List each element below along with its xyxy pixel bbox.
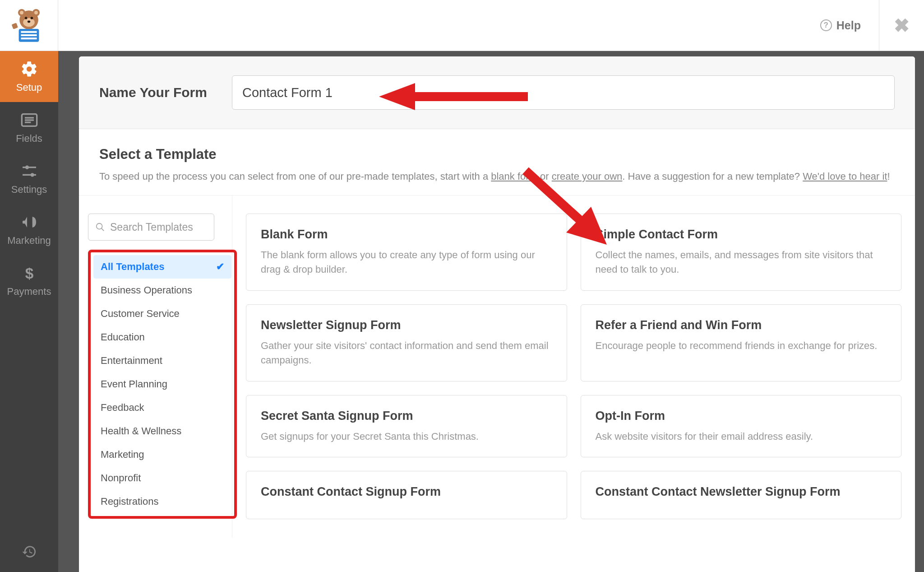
- template-desc: Gather your site visitors' contact infor…: [261, 339, 552, 367]
- category-label: Education: [101, 331, 145, 343]
- template-title: Secret Santa Signup Form: [261, 409, 552, 423]
- sidebar-item-label: Marketing: [7, 235, 51, 246]
- svg-rect-13: [12, 23, 18, 29]
- name-form-bar: Name Your Form: [79, 56, 915, 129]
- template-card[interactable]: Constant Contact Newsletter Signup Form: [581, 471, 902, 519]
- sliders-icon: [20, 162, 38, 180]
- svg-point-7: [31, 17, 33, 19]
- category-label: Registrations: [101, 496, 158, 507]
- search-icon: [95, 222, 105, 232]
- close-cell: ✖: [879, 0, 924, 51]
- template-card[interactable]: Refer a Friend and Win FormEncourage peo…: [581, 304, 902, 381]
- template-card[interactable]: Newsletter Signup FormGather your site v…: [246, 304, 567, 381]
- list-icon: [20, 111, 38, 129]
- category-label: Health & Wellness: [101, 425, 181, 437]
- template-column: Blank FormThe blank form allows you to c…: [232, 195, 915, 537]
- svg-line-24: [102, 228, 104, 231]
- form-name-input[interactable]: [232, 75, 895, 110]
- template-title: Simple Contact Form: [596, 228, 887, 242]
- check-icon: ✔: [216, 261, 224, 273]
- svg-point-6: [25, 17, 28, 19]
- search-input[interactable]: [88, 214, 214, 241]
- template-desc: Encourage people to recommend friends in…: [596, 339, 887, 353]
- svg-rect-11: [21, 34, 37, 36]
- template-desc: Ask website visitors for their email add…: [596, 429, 887, 444]
- desc-text: . Have a suggestion for a new template?: [622, 171, 803, 182]
- svg-point-21: [30, 173, 34, 177]
- svg-rect-12: [21, 37, 37, 39]
- sidebar-item-payments[interactable]: $ Payments: [0, 255, 58, 306]
- sidebar-item-label: Fields: [16, 133, 42, 144]
- category-item[interactable]: Feedback: [93, 396, 231, 419]
- category-item[interactable]: All Templates✔: [93, 255, 231, 279]
- template-desc: To speed up the process you can select f…: [99, 169, 895, 184]
- svg-point-23: [97, 223, 102, 229]
- category-item[interactable]: Marketing: [93, 443, 231, 466]
- template-title: Constant Contact Newsletter Signup Form: [596, 485, 887, 499]
- history-icon: [22, 544, 37, 559]
- template-card[interactable]: Opt-In FormAsk website visitors for thei…: [581, 395, 902, 458]
- sidebar-item-label: Settings: [11, 184, 47, 195]
- category-label: Customer Service: [101, 308, 180, 320]
- category-label: Feedback: [101, 402, 144, 414]
- sidebar: Setup Fields Settings Marketing $ Paymen…: [0, 51, 58, 572]
- template-desc: Collect the names, emails, and messages …: [596, 248, 887, 277]
- template-desc: Get signups for your Secret Santa this C…: [261, 429, 552, 444]
- sidebar-item-label: Payments: [7, 286, 51, 298]
- blank-form-link[interactable]: blank form: [491, 171, 537, 182]
- help-icon: ?: [820, 19, 832, 31]
- sidebar-item-label: Setup: [16, 82, 42, 93]
- main-panel: Name Your Form Select a Template To spee…: [79, 56, 915, 572]
- category-item[interactable]: Nonprofit: [93, 466, 231, 490]
- template-heading: Select a Template: [99, 146, 895, 163]
- dollar-icon: $: [20, 264, 38, 282]
- category-item[interactable]: Health & Wellness: [93, 419, 231, 443]
- gear-icon: [20, 60, 38, 78]
- sidebar-item-marketing[interactable]: Marketing: [0, 204, 58, 255]
- category-label: Marketing: [101, 449, 144, 460]
- template-card[interactable]: Constant Contact Signup Form: [246, 471, 567, 519]
- sidebar-item-fields[interactable]: Fields: [0, 102, 58, 153]
- template-header: Select a Template To speed up the proces…: [79, 129, 915, 195]
- category-item[interactable]: Education: [93, 326, 231, 349]
- suggestion-link[interactable]: We'd love to hear it: [803, 171, 887, 182]
- category-label: Nonprofit: [101, 472, 141, 484]
- category-item[interactable]: Entertainment: [93, 349, 231, 372]
- category-item[interactable]: Event Planning: [93, 372, 231, 396]
- category-column: All Templates✔Business OperationsCustome…: [79, 195, 232, 537]
- svg-point-3: [20, 11, 23, 14]
- template-title: Refer a Friend and Win Form: [596, 318, 887, 332]
- close-icon[interactable]: ✖: [894, 14, 910, 37]
- svg-rect-10: [21, 31, 37, 33]
- sidebar-item-setup[interactable]: Setup: [0, 51, 58, 102]
- template-title: Opt-In Form: [596, 409, 887, 423]
- category-item[interactable]: Registrations: [93, 490, 231, 513]
- category-highlight-box: All Templates✔Business OperationsCustome…: [88, 250, 237, 519]
- category-label: Entertainment: [101, 355, 162, 367]
- template-card[interactable]: Simple Contact FormCollect the names, em…: [581, 214, 902, 291]
- top-header: ? Help ✖: [0, 0, 924, 51]
- desc-text: or: [537, 171, 552, 182]
- template-card[interactable]: Secret Santa Signup FormGet signups for …: [246, 395, 567, 458]
- wpforms-logo-icon: [11, 7, 47, 43]
- category-label: Event Planning: [101, 378, 167, 390]
- svg-point-8: [28, 21, 30, 23]
- create-own-link[interactable]: create your own: [552, 171, 623, 182]
- sidebar-item-settings[interactable]: Settings: [0, 153, 58, 204]
- logo-cell: [0, 0, 58, 51]
- help-link[interactable]: ? Help: [820, 19, 861, 32]
- svg-point-19: [25, 165, 28, 169]
- template-title: Newsletter Signup Form: [261, 318, 552, 332]
- sidebar-history[interactable]: [0, 531, 58, 572]
- desc-text: To speed up the process you can select f…: [99, 171, 491, 182]
- category-label: All Templates: [101, 261, 164, 273]
- template-card[interactable]: Blank FormThe blank form allows you to c…: [246, 214, 567, 291]
- name-form-label: Name Your Form: [99, 85, 207, 100]
- template-title: Blank Form: [261, 228, 552, 242]
- search-wrap: [88, 214, 223, 241]
- category-label: Business Operations: [101, 284, 192, 296]
- category-item[interactable]: Customer Service: [93, 302, 231, 326]
- template-title: Constant Contact Signup Form: [261, 485, 552, 499]
- desc-text: !: [887, 171, 890, 182]
- category-item[interactable]: Business Operations: [93, 279, 231, 302]
